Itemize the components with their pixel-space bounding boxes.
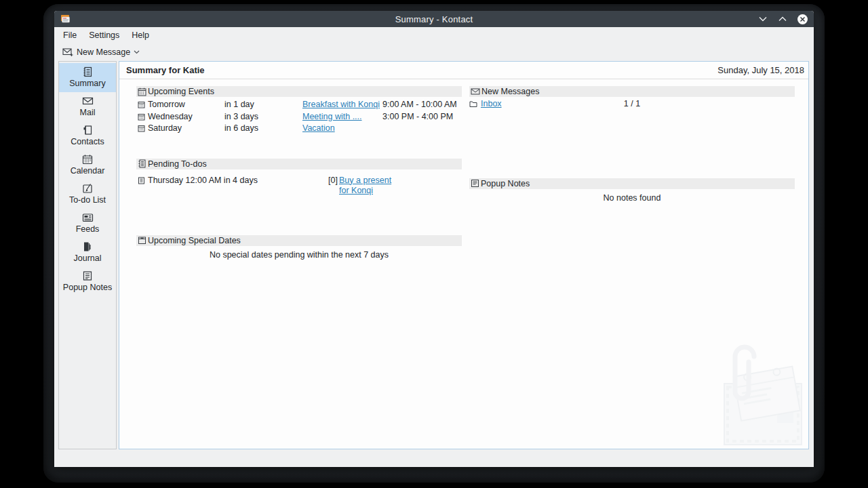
maximize-button[interactable] [777, 14, 788, 24]
event-date: Tomorrow [148, 99, 185, 111]
new-messages-section: New Messages Inbox 1 / 1 [469, 86, 795, 110]
sidebar-item-label: Popup Notes [63, 283, 112, 292]
event-link[interactable]: Vacation [302, 123, 382, 135]
titlebar: Summary - Kontact [54, 11, 814, 27]
menubar: File Settings Help [54, 27, 814, 43]
window-title: Summary - Kontact [54, 14, 814, 24]
section-title: Popup Notes [481, 179, 530, 188]
special-dates-header: Upcoming Special Dates [136, 235, 462, 246]
sidebar-item-label: Contacts [71, 138, 104, 146]
event-when: in 1 day [224, 99, 302, 111]
journal-icon [82, 241, 93, 252]
section-title: Upcoming Special Dates [148, 236, 241, 245]
desktop-frame: Summary - Kontact File Settings Help [43, 4, 825, 483]
message-folder-row: Inbox 1 / 1 [469, 97, 795, 110]
section-title: Pending To-dos [148, 159, 207, 169]
sidebar-item-feeds[interactable]: Feeds [59, 209, 116, 238]
calendar-icon [82, 154, 93, 165]
summary-panel: Summary for Katie Sunday, July 15, 2018 [119, 61, 809, 449]
special-dates-empty-text: No special dates pending within the next… [136, 246, 462, 260]
inbox-count: 1 / 1 [624, 98, 640, 110]
event-time: 3:00 PM - 4:00 PM [382, 111, 462, 123]
minimize-button[interactable] [757, 14, 768, 24]
sidebar-item-journal[interactable]: Journal [59, 238, 116, 267]
todo-link[interactable]: Buy a present for Konqi [339, 176, 403, 196]
page-title: Summary for Katie [126, 65, 205, 75]
new-message-label: New Message [77, 47, 130, 57]
chevron-down-icon [134, 50, 140, 54]
mail-small-icon [471, 87, 480, 96]
menu-file[interactable]: File [57, 28, 83, 42]
event-link[interactable]: Breakfast with Konqi [302, 99, 382, 111]
feeds-icon [82, 212, 94, 223]
content-area: Summary Mail [58, 61, 809, 449]
inbox-link[interactable]: Inbox [481, 98, 502, 110]
menu-help[interactable]: Help [125, 28, 155, 42]
popup-notes-section: Popup Notes No notes found [469, 178, 795, 203]
kontact-window: Summary - Kontact File Settings Help [54, 11, 814, 467]
sidebar-item-calendar[interactable]: Calendar [59, 150, 116, 180]
event-when: in 6 days [224, 123, 302, 135]
calendar-row-icon [138, 113, 145, 121]
toolbar: New Message [54, 43, 814, 61]
titlebar-controls [757, 14, 808, 24]
popup-notes-empty-text: No notes found [469, 189, 795, 203]
header-date: Sunday, July 15, 2018 [717, 65, 804, 75]
journal-small-icon [138, 159, 146, 168]
event-when: in 3 days [224, 111, 302, 123]
event-date: Wednesday [148, 111, 193, 123]
sidebar-item-label: Calendar [71, 167, 105, 176]
event-row: Tomorrow in 1 day Breakfast with Konqi 9… [138, 99, 462, 111]
todo-priority-badge: [0] [328, 176, 339, 186]
section-title: New Messages [481, 87, 539, 96]
todo-icon [82, 183, 93, 194]
sidebar-item-summary[interactable]: Summary [59, 63, 116, 92]
sidebar-item-label: Summary [69, 79, 105, 88]
summary-columns: Upcoming Events Tomorrow [119, 79, 808, 449]
sidebar-item-label: To-do List [69, 196, 106, 205]
upcoming-events-section: Upcoming Events Tomorrow [136, 86, 462, 135]
event-link[interactable]: Meeting with .... [302, 111, 382, 123]
sidebar-item-todo[interactable]: To-do List [59, 180, 116, 209]
sidebar-item-mail[interactable]: Mail [59, 92, 116, 121]
new-message-button[interactable]: New Message [60, 46, 142, 58]
notes-small-icon [471, 179, 479, 188]
close-button[interactable] [797, 14, 808, 24]
sidebar-item-label: Journal [74, 254, 102, 263]
close-icon [797, 14, 808, 24]
sidebar-item-popup-notes[interactable]: Popup Notes [59, 267, 116, 296]
sidebar-item-label: Feeds [76, 225, 100, 234]
pending-todos-header: Pending To-dos [136, 159, 462, 169]
new-messages-header: New Messages [469, 86, 795, 97]
calendar-small-icon [138, 87, 146, 96]
sidebar-item-label: Mail [80, 108, 96, 117]
todo-row-icon [138, 177, 145, 184]
right-column: New Messages Inbox 1 / 1 [469, 86, 795, 449]
mail-new-icon [62, 47, 73, 57]
special-date-icon [138, 236, 146, 245]
notes-icon [82, 270, 93, 281]
upcoming-events-header: Upcoming Events [136, 86, 462, 97]
left-column: Upcoming Events Tomorrow [136, 86, 462, 449]
contacts-icon [82, 125, 93, 136]
event-time: 9:00 AM - 10:00 AM [382, 99, 462, 111]
menu-settings[interactable]: Settings [83, 28, 125, 42]
summary-icon [82, 66, 93, 77]
special-dates-section: Upcoming Special Dates No special dates … [136, 235, 462, 260]
sidebar: Summary Mail [58, 61, 117, 449]
event-row: Wednesday in 3 days Meeting with .... 3:… [138, 111, 462, 123]
mail-icon [82, 96, 94, 106]
todo-row: Thursday 12:00 AM in 4 days [0] Buy a pr… [138, 171, 462, 196]
event-row: Saturday in 6 days Vacation [138, 123, 462, 135]
calendar-row-icon [138, 101, 145, 108]
summary-header: Summary for Katie Sunday, July 15, 2018 [119, 62, 808, 79]
calendar-row-icon [138, 125, 145, 132]
section-title: Upcoming Events [148, 87, 214, 96]
sidebar-item-contacts[interactable]: Contacts [59, 121, 116, 150]
popup-notes-header: Popup Notes [469, 178, 795, 189]
pending-todos-section: Pending To-dos Thursday 12:00 AM in 4 da… [136, 159, 462, 196]
todo-date: Thursday 12:00 AM in 4 days [148, 176, 258, 186]
folder-icon [469, 100, 477, 108]
event-date: Saturday [148, 123, 182, 135]
